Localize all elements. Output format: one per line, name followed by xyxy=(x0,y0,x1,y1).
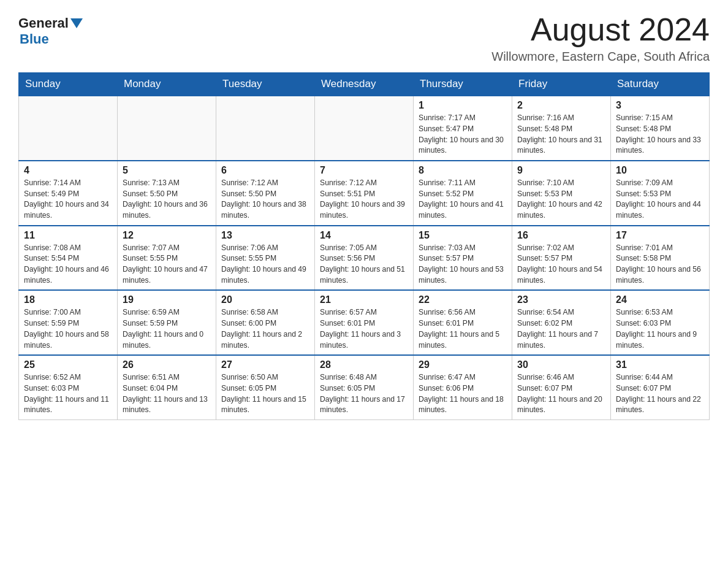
day-info: Sunrise: 7:13 AMSunset: 5:50 PMDaylight:… xyxy=(123,178,211,221)
day-info: Sunrise: 7:17 AMSunset: 5:47 PMDaylight:… xyxy=(419,113,507,156)
day-number: 25 xyxy=(24,359,112,370)
day-info: Sunrise: 7:03 AMSunset: 5:57 PMDaylight:… xyxy=(419,243,507,286)
location-subtitle: Willowmore, Eastern Cape, South Africa xyxy=(491,50,710,64)
day-info: Sunrise: 7:12 AMSunset: 5:50 PMDaylight:… xyxy=(221,178,309,221)
day-number: 18 xyxy=(24,294,112,305)
week-row: 11Sunrise: 7:08 AMSunset: 5:54 PMDayligh… xyxy=(19,226,710,291)
calendar-cell: 21Sunrise: 6:57 AMSunset: 6:01 PMDayligh… xyxy=(315,290,414,355)
day-info: Sunrise: 6:56 AMSunset: 6:01 PMDaylight:… xyxy=(419,307,507,351)
calendar-cell: 13Sunrise: 7:06 AMSunset: 5:55 PMDayligh… xyxy=(216,226,315,291)
day-info: Sunrise: 6:59 AMSunset: 5:59 PMDaylight:… xyxy=(123,307,211,351)
day-number: 14 xyxy=(320,230,408,241)
day-number: 3 xyxy=(616,100,704,111)
calendar-cell: 26Sunrise: 6:51 AMSunset: 6:04 PMDayligh… xyxy=(118,355,216,419)
day-number: 13 xyxy=(221,230,309,241)
day-number: 22 xyxy=(419,294,507,305)
day-of-week-header: Wednesday xyxy=(315,73,414,96)
calendar-cell: 5Sunrise: 7:13 AMSunset: 5:50 PMDaylight… xyxy=(118,161,216,226)
calendar-cell: 28Sunrise: 6:48 AMSunset: 6:05 PMDayligh… xyxy=(315,355,414,419)
title-block: August 2024 Willowmore, Eastern Cape, So… xyxy=(491,12,710,64)
day-number: 21 xyxy=(320,294,408,305)
day-info: Sunrise: 6:50 AMSunset: 6:05 PMDaylight:… xyxy=(221,372,309,416)
day-info: Sunrise: 6:52 AMSunset: 6:03 PMDaylight:… xyxy=(24,372,112,416)
day-info: Sunrise: 7:00 AMSunset: 5:59 PMDaylight:… xyxy=(24,307,112,351)
day-info: Sunrise: 7:10 AMSunset: 5:53 PMDaylight:… xyxy=(517,178,605,221)
day-number: 31 xyxy=(616,359,704,370)
day-header-row: SundayMondayTuesdayWednesdayThursdayFrid… xyxy=(19,73,710,96)
day-number: 19 xyxy=(123,294,211,305)
day-number: 7 xyxy=(320,165,408,176)
week-row: 1Sunrise: 7:17 AMSunset: 5:47 PMDaylight… xyxy=(19,96,710,161)
day-of-week-header: Saturday xyxy=(611,73,710,96)
day-number: 11 xyxy=(24,230,112,241)
day-number: 15 xyxy=(419,230,507,241)
day-info: Sunrise: 7:14 AMSunset: 5:49 PMDaylight:… xyxy=(24,178,112,221)
calendar-cell: 11Sunrise: 7:08 AMSunset: 5:54 PMDayligh… xyxy=(19,226,118,291)
calendar-cell: 25Sunrise: 6:52 AMSunset: 6:03 PMDayligh… xyxy=(19,355,118,419)
calendar-cell: 2Sunrise: 7:16 AMSunset: 5:48 PMDaylight… xyxy=(512,96,611,161)
day-number: 5 xyxy=(123,165,211,176)
day-info: Sunrise: 6:53 AMSunset: 6:03 PMDaylight:… xyxy=(616,307,704,351)
calendar-cell: 24Sunrise: 6:53 AMSunset: 6:03 PMDayligh… xyxy=(611,290,710,355)
week-row: 18Sunrise: 7:00 AMSunset: 5:59 PMDayligh… xyxy=(19,290,710,355)
day-number: 6 xyxy=(221,165,309,176)
calendar-cell: 6Sunrise: 7:12 AMSunset: 5:50 PMDaylight… xyxy=(216,161,315,226)
calendar-cell xyxy=(118,96,216,161)
day-info: Sunrise: 7:06 AMSunset: 5:55 PMDaylight:… xyxy=(221,243,309,286)
day-of-week-header: Monday xyxy=(118,73,216,96)
calendar-cell: 10Sunrise: 7:09 AMSunset: 5:53 PMDayligh… xyxy=(611,161,710,226)
calendar-cell: 9Sunrise: 7:10 AMSunset: 5:53 PMDaylight… xyxy=(512,161,611,226)
day-number: 29 xyxy=(419,359,507,370)
day-info: Sunrise: 7:16 AMSunset: 5:48 PMDaylight:… xyxy=(517,113,605,156)
day-number: 28 xyxy=(320,359,408,370)
day-number: 27 xyxy=(221,359,309,370)
day-info: Sunrise: 6:54 AMSunset: 6:02 PMDaylight:… xyxy=(517,307,605,351)
day-info: Sunrise: 6:48 AMSunset: 6:05 PMDaylight:… xyxy=(320,372,408,416)
day-info: Sunrise: 7:05 AMSunset: 5:56 PMDaylight:… xyxy=(320,243,408,286)
day-number: 20 xyxy=(221,294,309,305)
calendar-cell: 7Sunrise: 7:12 AMSunset: 5:51 PMDaylight… xyxy=(315,161,414,226)
calendar-cell: 23Sunrise: 6:54 AMSunset: 6:02 PMDayligh… xyxy=(512,290,611,355)
day-info: Sunrise: 7:11 AMSunset: 5:52 PMDaylight:… xyxy=(419,178,507,221)
day-number: 17 xyxy=(616,230,704,241)
day-info: Sunrise: 7:02 AMSunset: 5:57 PMDaylight:… xyxy=(517,243,605,286)
calendar-cell: 31Sunrise: 6:44 AMSunset: 6:07 PMDayligh… xyxy=(611,355,710,419)
calendar-cell: 8Sunrise: 7:11 AMSunset: 5:52 PMDaylight… xyxy=(414,161,512,226)
calendar-cell: 15Sunrise: 7:03 AMSunset: 5:57 PMDayligh… xyxy=(414,226,512,291)
calendar-cell xyxy=(216,96,315,161)
calendar-body: 1Sunrise: 7:17 AMSunset: 5:47 PMDaylight… xyxy=(19,96,710,419)
calendar-cell xyxy=(19,96,118,161)
week-row: 4Sunrise: 7:14 AMSunset: 5:49 PMDaylight… xyxy=(19,161,710,226)
day-number: 2 xyxy=(517,100,605,111)
logo-blue-text: Blue xyxy=(20,31,49,47)
day-info: Sunrise: 6:47 AMSunset: 6:06 PMDaylight:… xyxy=(419,372,507,416)
day-number: 23 xyxy=(517,294,605,305)
day-of-week-header: Thursday xyxy=(414,73,512,96)
day-info: Sunrise: 7:07 AMSunset: 5:55 PMDaylight:… xyxy=(123,243,211,286)
day-of-week-header: Friday xyxy=(512,73,611,96)
calendar-table: SundayMondayTuesdayWednesdayThursdayFrid… xyxy=(18,72,710,420)
day-number: 8 xyxy=(419,165,507,176)
day-info: Sunrise: 6:57 AMSunset: 6:01 PMDaylight:… xyxy=(320,307,408,351)
calendar-cell: 20Sunrise: 6:58 AMSunset: 6:00 PMDayligh… xyxy=(216,290,315,355)
calendar-cell: 18Sunrise: 7:00 AMSunset: 5:59 PMDayligh… xyxy=(19,290,118,355)
day-number: 4 xyxy=(24,165,112,176)
calendar-cell: 3Sunrise: 7:15 AMSunset: 5:48 PMDaylight… xyxy=(611,96,710,161)
page-header: General Blue August 2024 Willowmore, Eas… xyxy=(18,12,710,64)
week-row: 25Sunrise: 6:52 AMSunset: 6:03 PMDayligh… xyxy=(19,355,710,419)
day-number: 9 xyxy=(517,165,605,176)
calendar-header: SundayMondayTuesdayWednesdayThursdayFrid… xyxy=(19,73,710,96)
day-info: Sunrise: 6:51 AMSunset: 6:04 PMDaylight:… xyxy=(123,372,211,416)
day-info: Sunrise: 7:15 AMSunset: 5:48 PMDaylight:… xyxy=(616,113,704,156)
day-info: Sunrise: 7:08 AMSunset: 5:54 PMDaylight:… xyxy=(24,243,112,286)
day-info: Sunrise: 6:46 AMSunset: 6:07 PMDaylight:… xyxy=(517,372,605,416)
calendar-cell: 16Sunrise: 7:02 AMSunset: 5:57 PMDayligh… xyxy=(512,226,611,291)
day-of-week-header: Tuesday xyxy=(216,73,315,96)
month-title: August 2024 xyxy=(491,12,710,47)
calendar-cell: 14Sunrise: 7:05 AMSunset: 5:56 PMDayligh… xyxy=(315,226,414,291)
day-number: 1 xyxy=(419,100,507,111)
logo: General Blue xyxy=(18,12,83,47)
day-number: 24 xyxy=(616,294,704,305)
day-info: Sunrise: 7:01 AMSunset: 5:58 PMDaylight:… xyxy=(616,243,704,286)
day-number: 16 xyxy=(517,230,605,241)
